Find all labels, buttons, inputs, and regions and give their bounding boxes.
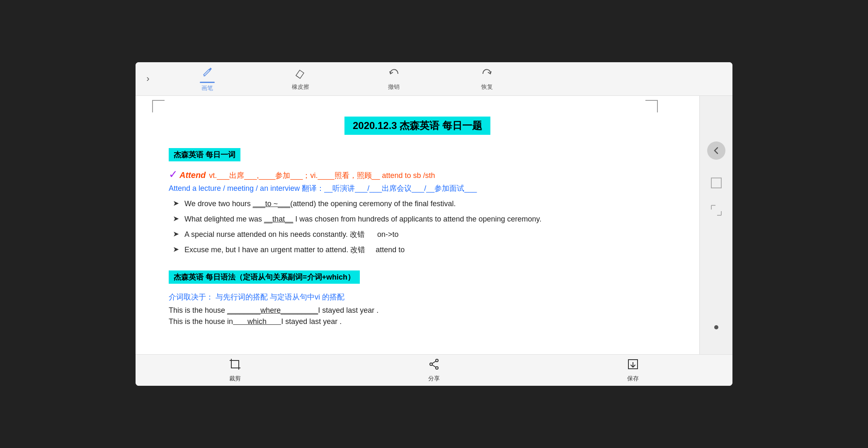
bullet-text-4: Excuse me, but I have an urgent matter t… <box>184 244 405 256</box>
house-line-2-after: I stayed last year . <box>281 317 342 326</box>
share-icon <box>428 358 440 373</box>
bullet-text-1: We drove two hours ___to ~___(attend) th… <box>184 198 456 209</box>
pen-icon <box>201 66 213 80</box>
svg-line-2 <box>296 75 300 78</box>
svg-point-9 <box>436 359 438 362</box>
svg-line-13 <box>432 365 436 367</box>
square-icon-1[interactable] <box>710 176 723 191</box>
share-button[interactable]: 分享 <box>413 358 455 382</box>
bullet-item-3: ➤ A special nurse attended on his needs … <box>173 229 666 240</box>
document-area[interactable]: 2020.12.3 杰森英语 每日一题 杰森英语 每日一词 ✓ Attend v… <box>136 96 699 354</box>
title-banner: 2020.12.3 杰森英语 每日一题 <box>344 117 490 135</box>
bullet-arrow-3: ➤ <box>173 229 181 239</box>
right-panel <box>699 96 732 354</box>
bullet-text-2: What delighted me was __that__ I was cho… <box>184 214 541 225</box>
bullet-arrow-2: ➤ <box>173 214 181 223</box>
bullet-item-4: ➤ Excuse me, but I have an urgent matter… <box>173 244 666 256</box>
attend-word: Attend <box>179 170 206 180</box>
bullet-item-2: ➤ What delighted me was __that__ I was c… <box>173 214 666 225</box>
house-line-1-after: I stayed last year . <box>318 306 378 314</box>
pen-tool[interactable]: 画笔 <box>191 66 224 92</box>
save-button[interactable]: 保存 <box>612 358 654 382</box>
redo-icon <box>481 67 493 82</box>
eraser-tool[interactable]: 橡皮擦 <box>284 67 317 91</box>
svg-point-10 <box>430 363 432 365</box>
svg-point-11 <box>436 367 438 369</box>
attend-line: ✓ Attend vt.___出席___,____参加___；vi.____照看… <box>169 168 666 181</box>
crop-icon <box>229 358 241 373</box>
house-line-2: This is the house in which I stayed last… <box>169 317 666 326</box>
back-arrow-button[interactable] <box>707 141 725 160</box>
word-section-header-wrap: 杰森英语 每日一词 <box>169 148 666 165</box>
corner-bracket-tr <box>645 100 658 112</box>
bottom-toolbar: 裁剪 分享 保存 <box>136 354 732 386</box>
grammar-label: 杰森英语 每日语法（定语从句关系副词=介词+which） <box>174 273 355 281</box>
bullet-list: ➤ We drove two hours ___to ~___(attend) … <box>173 198 666 256</box>
word-section-header: 杰森英语 每日一词 <box>169 148 240 161</box>
grammar-blue-line: 介词取决于： 与先行词的搭配 与定语从句中vi 的搭配 <box>169 292 666 302</box>
pen-label: 画笔 <box>201 85 213 92</box>
main-screen: › 画笔 <box>136 62 732 386</box>
page-title: 2020.12.3 杰森英语 每日一题 <box>353 119 482 132</box>
house-line-1-blank: ________where_________ <box>227 306 318 314</box>
grammar-header-wrap: 杰森英语 每日语法（定语从句关系副词=介词+which） <box>169 264 666 288</box>
save-icon <box>627 358 639 373</box>
attend-example: Attend a lecture / meeting / an intervie… <box>169 183 666 193</box>
checkmark-icon: ✓ <box>169 168 178 181</box>
expand-button[interactable]: › <box>136 73 160 84</box>
top-toolbar: › 画笔 <box>136 62 732 96</box>
svg-rect-3 <box>711 178 721 188</box>
bullet-arrow-1: ➤ <box>173 199 181 208</box>
grammar-section-header: 杰森英语 每日语法（定语从句关系副词=介词+which） <box>169 270 360 284</box>
pen-underline <box>200 82 215 83</box>
svg-line-12 <box>432 361 436 363</box>
title-banner-wrap: 2020.12.3 杰森英语 每日一题 <box>169 104 666 141</box>
attend-desc: vt.___出席___,____参加___；vi.____照看，照顾__ att… <box>209 170 435 180</box>
svg-marker-1 <box>296 70 304 78</box>
redo-tool[interactable]: 恢复 <box>470 67 504 91</box>
eraser-icon <box>295 67 306 82</box>
indicator-dot <box>714 325 718 329</box>
crop-label: 裁剪 <box>229 375 241 382</box>
crop-button[interactable]: 裁剪 <box>214 358 256 382</box>
bullet-item-1: ➤ We drove two hours ___to ~___(attend) … <box>173 198 666 209</box>
toolbar-items: 画笔 橡皮擦 撤销 <box>160 66 533 92</box>
blank-that: __that__ <box>264 215 293 223</box>
house-line-1-before: This is the house <box>169 306 227 314</box>
word-section-label: 杰森英语 每日一词 <box>174 151 235 159</box>
house-line-1: This is the house ________where_________… <box>169 306 666 315</box>
bullet-text-3: A special nurse attended on his needs co… <box>184 229 398 240</box>
house-line-2-blank: which <box>233 317 281 326</box>
undo-icon <box>388 67 400 82</box>
svg-rect-4 <box>231 360 239 368</box>
blank-to: ___to ~___ <box>253 200 291 208</box>
save-label: 保存 <box>627 375 639 382</box>
bullet-arrow-4: ➤ <box>173 245 181 254</box>
share-label: 分享 <box>428 375 440 382</box>
undo-label: 撤销 <box>388 83 400 91</box>
main-area: 2020.12.3 杰森英语 每日一题 杰森英语 每日一词 ✓ Attend v… <box>136 96 732 354</box>
corner-bracket-tl <box>152 100 165 112</box>
undo-tool[interactable]: 撤销 <box>377 67 410 91</box>
redo-label: 恢复 <box>481 83 493 91</box>
corner-icon[interactable] <box>710 204 723 219</box>
house-line-2-before: This is the house in <box>169 317 233 326</box>
eraser-label: 橡皮擦 <box>292 83 309 91</box>
